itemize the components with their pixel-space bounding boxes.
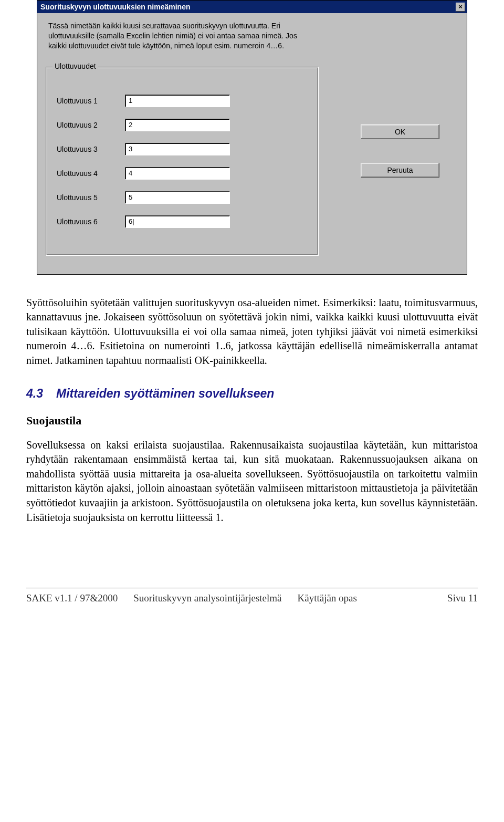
field-row: Ulottuvuus 5 bbox=[57, 191, 308, 204]
field-label-5: Ulottuvuus 5 bbox=[57, 193, 125, 202]
ulottuvuus-4-input[interactable] bbox=[125, 167, 230, 180]
dialog-window: Suorituskyvyn ulottuvuuksien nimeäminen … bbox=[37, 0, 467, 275]
field-label-2: Ulottuvuus 2 bbox=[57, 121, 125, 129]
field-row: Ulottuvuus 2 bbox=[57, 119, 308, 131]
close-icon[interactable]: × bbox=[456, 3, 465, 12]
paragraph-2: Sovelluksessa on kaksi erilaista suojaus… bbox=[26, 438, 478, 525]
ulottuvuus-3-input[interactable] bbox=[125, 143, 230, 155]
field-row: Ulottuvuus 3 bbox=[57, 143, 308, 155]
field-label-3: Ulottuvuus 3 bbox=[57, 145, 125, 153]
footer-version: SAKE v1.1 / 97&2000 bbox=[26, 592, 118, 604]
footer-system: Suorituskyvyn analysointijärjestelmä bbox=[133, 592, 281, 604]
page-footer: SAKE v1.1 / 97&2000 Suorituskyvyn analys… bbox=[26, 588, 478, 604]
dialog-description: Tässä nimetään kaikki kuusi seurattavaa … bbox=[48, 21, 300, 51]
field-label-4: Ulottuvuus 4 bbox=[57, 169, 125, 178]
field-row: Ulottuvuus 1 bbox=[57, 95, 308, 107]
field-label-1: Ulottuvuus 1 bbox=[57, 97, 125, 105]
titlebar: Suorituskyvyn ulottuvuuksien nimeäminen … bbox=[37, 1, 467, 13]
ulottuvuus-2-input[interactable] bbox=[125, 119, 230, 131]
subheading: Suojaustila bbox=[26, 414, 478, 428]
section-heading: 4.3 Mittareiden syöttäminen sovellukseen bbox=[26, 387, 478, 401]
ulottuvuus-1-input[interactable] bbox=[125, 95, 230, 107]
footer-guide: Käyttäjän opas bbox=[298, 592, 357, 604]
ulottuvuus-5-input[interactable] bbox=[125, 191, 230, 204]
group-ulottuvuudet: Ulottuvuudet Ulottuvuus 1 Ulottuvuus 2 U… bbox=[46, 67, 319, 256]
heading-text: Mittareiden syöttäminen sovellukseen bbox=[56, 387, 274, 401]
group-label: Ulottuvuudet bbox=[52, 62, 98, 70]
field-row: Ulottuvuus 6 bbox=[57, 215, 308, 228]
heading-number: 4.3 bbox=[26, 387, 43, 401]
ok-button[interactable]: OK bbox=[361, 124, 439, 139]
footer-page: Sivu 11 bbox=[447, 592, 478, 604]
dialog-title: Suorituskyvyn ulottuvuuksien nimeäminen bbox=[40, 3, 191, 11]
ulottuvuus-6-input[interactable] bbox=[125, 215, 230, 228]
paragraph-1: Syöttösoluihin syötetään valittujen suor… bbox=[26, 296, 478, 368]
cancel-button[interactable]: Peruuta bbox=[361, 163, 439, 178]
field-label-6: Ulottuvuus 6 bbox=[57, 217, 125, 226]
field-row: Ulottuvuus 4 bbox=[57, 167, 308, 180]
